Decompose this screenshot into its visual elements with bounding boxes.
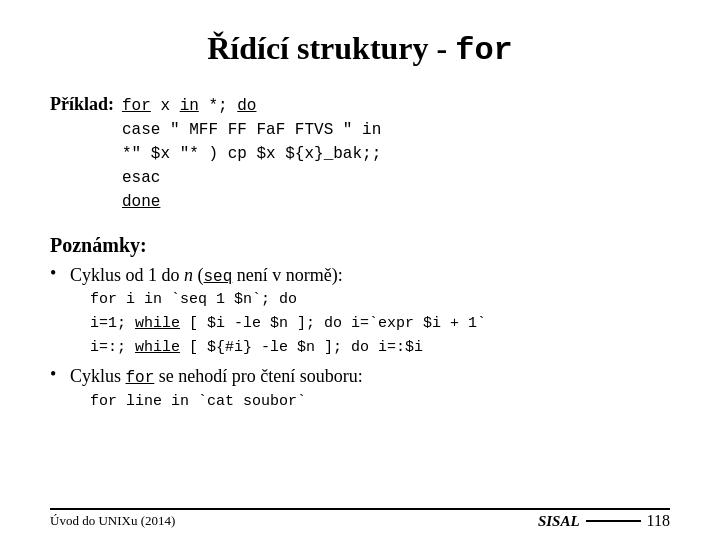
priklad-section: Příklad: for x in *; do case " MFF FF Fa… bbox=[50, 94, 670, 214]
kw-while-1: while bbox=[135, 315, 180, 332]
sub-code-1: for i in `seq 1 $n`; do i=1; while [ $i … bbox=[70, 288, 670, 360]
bullet-text-1: Cyklus od 1 do n (seq není v normě): bbox=[70, 265, 343, 285]
title-text-code: for bbox=[455, 32, 513, 69]
kw-in: in bbox=[180, 97, 199, 115]
kw-done: done bbox=[122, 193, 160, 211]
slide: Řídící struktury - for Příklad: for x in… bbox=[0, 0, 720, 540]
priklad-line-2: case " MFF FF FaF FTVS " in bbox=[122, 121, 381, 139]
bullet-item-2: Cyklus for se nehodí pro čtení souboru: … bbox=[50, 364, 670, 413]
title-text-normal: Řídící struktury - bbox=[207, 30, 455, 66]
kw-while-2: while bbox=[135, 339, 180, 356]
bottom-footer: Úvod do UNIXu (2014) SISAL 118 bbox=[50, 512, 670, 530]
sub-line-4: for line in `cat soubor` bbox=[90, 393, 306, 410]
sub-line-2: i=1; while [ $i -le $n ]; do i=`expr $i … bbox=[90, 315, 486, 332]
kw-do: do bbox=[237, 97, 256, 115]
code-for-inline: for bbox=[126, 369, 155, 387]
priklad-line-3: *" $x "* ) cp $x ${x}_bak;; bbox=[122, 145, 381, 163]
bullet-text-2: Cyklus for se nehodí pro čtení souboru: bbox=[70, 366, 363, 386]
sub-line-1: for i in `seq 1 $n`; do bbox=[90, 291, 297, 308]
kw-for: for bbox=[122, 97, 151, 115]
priklad-code: for x in *; do case " MFF FF FaF FTVS " … bbox=[122, 94, 381, 214]
priklad-block: Příklad: for x in *; do case " MFF FF Fa… bbox=[50, 94, 670, 214]
sub-code-2: for line in `cat soubor` bbox=[70, 390, 670, 414]
sisal-label: SISAL bbox=[538, 513, 580, 530]
bottom-bar bbox=[50, 508, 670, 510]
footer-right: SISAL 118 bbox=[538, 512, 670, 530]
code-seq: seq bbox=[204, 268, 233, 286]
sub-line-3: i=:; while [ ${#i} -le $n ]; do i=:$i bbox=[90, 339, 423, 356]
page-number: 118 bbox=[647, 512, 670, 530]
footer-source: Úvod do UNIXu (2014) bbox=[50, 513, 175, 529]
priklad-label: Příklad: bbox=[50, 94, 114, 115]
slide-title: Řídící struktury - for bbox=[50, 30, 670, 69]
sisal-line bbox=[586, 520, 641, 522]
priklad-line-4: esac bbox=[122, 169, 160, 187]
italic-n: n bbox=[184, 265, 193, 285]
poznamky-title: Poznámky: bbox=[50, 234, 670, 257]
bullet-list: Cyklus od 1 do n (seq není v normě): for… bbox=[50, 263, 670, 414]
poznamky-section: Poznámky: Cyklus od 1 do n (seq není v n… bbox=[50, 234, 670, 414]
bullet-item-1: Cyklus od 1 do n (seq není v normě): for… bbox=[50, 263, 670, 360]
priklad-line-1: for x in *; do bbox=[122, 97, 256, 115]
